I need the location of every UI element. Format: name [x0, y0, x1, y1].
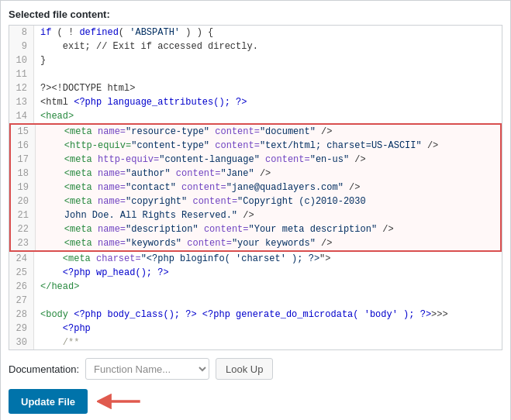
documentation-bar: Documentation: Function Name... Look Up	[9, 350, 502, 384]
table-row: 13<html <?php language_attributes(); ?>	[9, 95, 502, 109]
table-row: 22 <meta name="description" content="You…	[9, 222, 502, 236]
line-content: <meta name="author" content="Jane" />	[36, 167, 500, 181]
line-number: 18	[11, 167, 36, 181]
line-number: 13	[9, 95, 34, 109]
function-name-select[interactable]: Function Name...	[85, 358, 209, 380]
line-content: exit; // Exit if accessed directly.	[34, 40, 502, 53]
line-number: 9	[9, 40, 34, 53]
line-content: <meta charset="<?php bloginfo( 'charset'…	[34, 252, 502, 266]
line-number: 10	[9, 53, 34, 67]
line-number: 24	[9, 252, 34, 266]
line-content: <head>	[34, 109, 502, 123]
line-content: <meta http-equiv="content-language" cont…	[36, 153, 500, 167]
table-row: 18 <meta name="author" content="Jane" />	[9, 167, 502, 181]
table-row: 11	[9, 67, 502, 81]
line-content: ?><!DOCTYPE html>	[34, 81, 502, 95]
line-content: <meta name="resource-type" content="docu…	[36, 125, 500, 139]
doc-label: Documentation:	[9, 363, 79, 375]
table-row: 10}	[9, 53, 502, 67]
line-number: 16	[11, 139, 36, 153]
main-container: Selected file content: 8if ( ! defined( …	[0, 0, 511, 420]
update-file-button[interactable]: Update File	[9, 389, 88, 414]
line-content: <?php wp_head(); ?>	[34, 266, 502, 280]
line-number: 29	[9, 322, 34, 336]
table-row: 24 <meta charset="<?php bloginfo( 'chars…	[9, 252, 502, 266]
arrow-hint-icon	[97, 391, 143, 412]
line-number: 11	[9, 67, 34, 81]
table-row: 17 <meta http-equiv="content-language" c…	[9, 153, 502, 167]
table-row: 15 <meta name="resource-type" content="d…	[9, 123, 502, 139]
table-row: 8if ( ! defined( 'ABSPATH' ) ) {	[9, 26, 502, 40]
line-number: 20	[11, 195, 36, 208]
line-number: 25	[9, 266, 34, 280]
line-number: 30	[9, 336, 34, 349]
line-number: 23	[11, 236, 36, 250]
line-number: 22	[11, 222, 36, 236]
table-row: 14<head>	[9, 109, 502, 123]
line-content: <meta name="keywords" content="your keyw…	[36, 236, 500, 250]
line-number: 27	[9, 294, 34, 308]
table-row: 27	[9, 294, 502, 308]
line-content: <http-equiv="content-type" content="text…	[36, 139, 500, 153]
line-number: 12	[9, 81, 34, 95]
line-number: 28	[9, 308, 34, 322]
line-content: </head>	[34, 280, 502, 294]
line-content: }	[34, 53, 502, 67]
line-content: <meta name="contact" content="jane@quadl…	[36, 181, 500, 195]
table-row: 25 <?php wp_head(); ?>	[9, 266, 502, 280]
table-row: 20 <meta name="copyright" content="Copyr…	[9, 195, 502, 208]
table-row: 12?><!DOCTYPE html>	[9, 81, 502, 95]
table-row: 28<body <?php body_class(); ?> <?php gen…	[9, 308, 502, 322]
line-number: 15	[11, 125, 36, 139]
line-content: /**	[34, 336, 502, 349]
table-row: 29 <?php	[9, 322, 502, 336]
line-content: <html <?php language_attributes(); ?>	[34, 95, 502, 109]
table-row: 16 <http-equiv="content-type" content="t…	[9, 139, 502, 153]
table-row: 19 <meta name="contact" content="jane@qu…	[9, 181, 502, 195]
line-number: 19	[11, 181, 36, 195]
table-row: 21 John Doe. All Rights Reserved." />	[9, 208, 502, 222]
code-editor[interactable]: 8if ( ! defined( 'ABSPATH' ) ) {9 exit; …	[9, 25, 502, 350]
table-row: 9 exit; // Exit if accessed directly.	[9, 40, 502, 53]
line-content	[34, 294, 502, 308]
line-number: 14	[9, 109, 34, 123]
line-number: 21	[11, 208, 36, 222]
line-content: John Doe. All Rights Reserved." />	[36, 208, 500, 222]
update-row: Update File	[9, 384, 502, 415]
line-content: <body <?php body_class(); ?> <?php gener…	[34, 308, 502, 322]
lookup-button[interactable]: Look Up	[216, 358, 273, 380]
line-number: 26	[9, 280, 34, 294]
line-number: 8	[9, 26, 34, 40]
line-content: <?php	[34, 322, 502, 336]
line-content	[34, 67, 502, 81]
table-row: 23 <meta name="keywords" content="your k…	[9, 236, 502, 252]
line-number: 17	[11, 153, 36, 167]
line-content: <meta name="copyright" content="Copyrigh…	[36, 195, 500, 208]
section-label: Selected file content:	[9, 9, 502, 20]
line-content: if ( ! defined( 'ABSPATH' ) ) {	[34, 26, 502, 40]
table-row: 26</head>	[9, 280, 502, 294]
table-row: 30 /**	[9, 336, 502, 349]
line-content: <meta name="description" content="Your m…	[36, 222, 500, 236]
